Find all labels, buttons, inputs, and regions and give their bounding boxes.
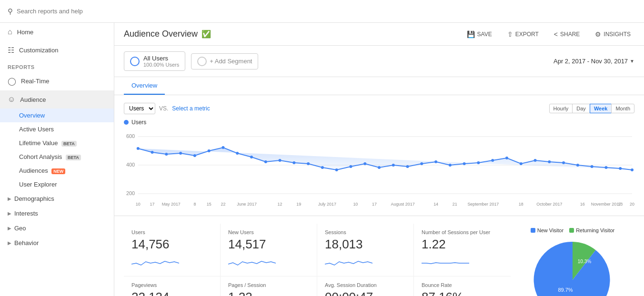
segment-circle (130, 57, 140, 66)
insights-icon: ⚙ (595, 30, 601, 38)
metric-card-sessions: Sessions 18,013 (317, 224, 414, 276)
sidebar-item-home[interactable]: ⌂ Home (0, 23, 114, 41)
svg-text:17: 17 (372, 202, 377, 207)
sidebar-audience-label: Audience (20, 96, 46, 103)
sidebar-interests-label: Interests (14, 210, 38, 217)
share-button[interactable]: < SHARE (550, 29, 584, 40)
sidebar-sub-audiences[interactable]: Audiences NEW (0, 164, 114, 178)
svg-point-34 (534, 159, 537, 162)
sidebar-item-demographics[interactable]: ▶ Demographics (0, 191, 114, 206)
svg-point-40 (619, 167, 622, 170)
sidebar-home-label: Home (17, 29, 34, 36)
svg-point-39 (604, 166, 607, 169)
sidebar-item-customization[interactable]: ☷ Customization (0, 41, 114, 59)
svg-point-32 (505, 157, 508, 159)
sidebar-sub-lifetime-value[interactable]: Lifetime Value BETA (0, 136, 114, 150)
new-visitor-dot (531, 228, 535, 233)
tab-overview[interactable]: Overview (124, 77, 165, 95)
svg-point-9 (179, 152, 182, 155)
search-icon: ⚲ (8, 7, 13, 16)
chart-section: Users VS. Select a metric Hourly Day Wee… (114, 95, 644, 216)
sidebar-item-geo[interactable]: ▶ Geo (0, 221, 114, 236)
svg-point-15 (264, 160, 267, 163)
svg-point-38 (591, 165, 594, 168)
insights-label: INSIGHTS (604, 31, 631, 38)
metric-value-pageviews: 22,134 (131, 290, 212, 296)
pie-legend-new: New Visitor (531, 227, 564, 233)
select-metric-link[interactable]: Select a metric (172, 105, 210, 112)
svg-text:10.3%: 10.3% (578, 259, 591, 264)
sidebar-sub-cohort[interactable]: Cohort Analysis BETA (0, 150, 114, 164)
top-bar: ⚲ (0, 0, 644, 23)
chart-svg-wrapper: 600 400 200 (124, 129, 634, 212)
sidebar-customization-label: Customization (19, 47, 58, 54)
content-topbar-left: Audience Overview ✅ (124, 29, 211, 39)
time-btn-month[interactable]: Month (611, 104, 634, 113)
segment-chip-all-users[interactable]: All Users 100.00% Users (124, 51, 185, 71)
metric-label-sessions: Sessions (325, 229, 406, 235)
time-btn-week[interactable]: Week (590, 104, 612, 113)
verified-icon: ✅ (201, 30, 211, 39)
svg-text:200: 200 (126, 190, 135, 196)
metric-card-bounce-rate: Bounce Rate 87.16% (414, 276, 511, 296)
svg-point-10 (193, 154, 196, 157)
sidebar-sub-overview[interactable]: Overview (0, 109, 114, 122)
metric-card-avg-session: Avg. Session Duration 00:00:47 (317, 276, 414, 296)
sparkline-sessions-per-user (422, 255, 469, 269)
sidebar-sub-user-explorer[interactable]: User Explorer (0, 178, 114, 191)
pie-legend: New Visitor Returning Visitor (531, 227, 615, 233)
svg-text:June 2017: June 2017 (237, 202, 257, 207)
date-range-picker[interactable]: Apr 2, 2017 - Nov 30, 2017 ▼ (553, 58, 634, 65)
export-label: EXPORT (515, 31, 539, 38)
svg-text:21: 21 (453, 202, 457, 207)
export-button[interactable]: ⇧ EXPORT (503, 29, 543, 40)
metric-card-new-users: New Users 14,517 (221, 224, 317, 276)
segment-info: All Users 100.00% Users (143, 55, 179, 68)
sidebar-item-behavior[interactable]: ▶ Behavior (0, 236, 114, 250)
sidebar-realtime-label: Real-Time (21, 78, 49, 85)
svg-text:8: 8 (193, 202, 196, 207)
sidebar-item-realtime[interactable]: ◯ Real-Time (0, 72, 114, 90)
sidebar-item-interests[interactable]: ▶ Interests (0, 206, 114, 221)
save-label: SAVE (477, 31, 492, 38)
svg-point-41 (631, 168, 634, 171)
time-buttons: Hourly Day Week Month (549, 104, 634, 113)
metric-card-users: Users 14,756 (124, 224, 221, 276)
sidebar-item-audience[interactable]: ☺ Audience (0, 90, 114, 109)
svg-point-8 (165, 153, 168, 156)
legend-label-users: Users (131, 119, 146, 126)
svg-text:July 2017: July 2017 (318, 202, 336, 207)
grid-icon: ☷ (8, 46, 14, 55)
search-input[interactable] (17, 8, 93, 15)
metric-card-sessions-per-user: Number of Sessions per User 1.22 (414, 224, 511, 276)
svg-point-37 (576, 164, 579, 167)
home-icon: ⌂ (8, 28, 12, 36)
insights-button[interactable]: ⚙ INSIGHTS (591, 29, 634, 40)
save-button[interactable]: 💾 SAVE (463, 29, 496, 40)
svg-point-30 (477, 161, 480, 164)
metric-select[interactable]: Users (124, 103, 155, 114)
svg-point-18 (307, 162, 310, 165)
page-title: Audience Overview (124, 29, 198, 39)
sparkline-users (131, 255, 179, 269)
overview-tabs: Overview (114, 77, 644, 95)
beta-badge-lifetime: BETA (61, 141, 77, 147)
line-chart-svg: 600 400 200 (124, 129, 634, 210)
add-segment-circle (197, 57, 207, 66)
svg-text:16: 16 (580, 202, 585, 207)
time-btn-hourly[interactable]: Hourly (549, 104, 573, 113)
metric-label-new-users: New Users (228, 229, 309, 235)
svg-point-7 (151, 151, 154, 154)
svg-text:400: 400 (126, 162, 135, 168)
metric-value-sessions-per-user: 1.22 (422, 237, 503, 252)
share-label: SHARE (560, 31, 580, 38)
sidebar-sub-active-users[interactable]: Active Users (0, 122, 114, 136)
svg-text:August 2017: August 2017 (391, 202, 415, 207)
svg-point-6 (137, 147, 140, 150)
add-segment-button[interactable]: + Add Segment (191, 53, 258, 69)
reports-section-label: REPORTS (0, 59, 114, 72)
add-segment-label: + Add Segment (210, 58, 252, 65)
arrow-icon-demographics: ▶ (8, 196, 11, 201)
time-btn-day[interactable]: Day (572, 104, 590, 113)
svg-text:17: 17 (150, 202, 155, 207)
